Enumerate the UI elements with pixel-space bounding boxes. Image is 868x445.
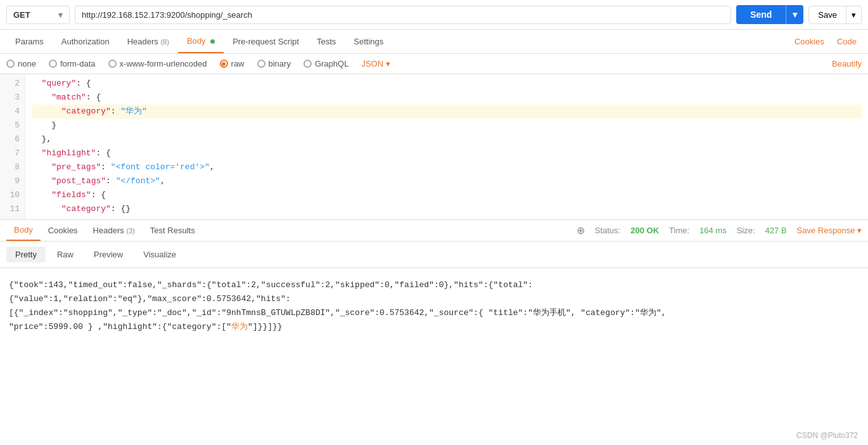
response-line-3: [{"_index":"shopping","_type":"_doc","_i… [9, 306, 859, 320]
line-num-5: 5 [5, 119, 20, 132]
line-num-11: 11 [5, 202, 20, 216]
resp-headers-badge: (3) [126, 227, 134, 235]
app-container: GET ▾ Send ▾ Save ▾ Params Authorization… [0, 0, 868, 445]
view-tab-visualize[interactable]: Visualize [134, 247, 185, 262]
line-num-4: 4 [5, 105, 20, 119]
response-body: {"took":143,"timed_out":false,"_shards":… [0, 268, 868, 445]
save-response-button[interactable]: Save Response ▾ [797, 226, 862, 235]
highlight-text: 华为 [231, 322, 248, 332]
option-graphql[interactable]: GraphQL [303, 59, 348, 68]
resp-tab-body[interactable]: Body [6, 220, 41, 241]
tab-tests[interactable]: Tests [308, 30, 345, 53]
option-raw[interactable]: raw [220, 59, 245, 68]
json-chevron: ▾ [386, 59, 390, 68]
response-view-tabs: Pretty Raw Preview Visualize [0, 242, 868, 268]
status-value: 200 OK [630, 226, 659, 235]
beautify-button[interactable]: Beautify [832, 59, 862, 68]
code-line-9: "post_tags": "</font>", [32, 174, 862, 188]
line-num-9: 9 [5, 174, 20, 188]
top-bar: GET ▾ Send ▾ Save ▾ [0, 0, 868, 30]
response-line-2: {"value":1,"relation":"eq"},"max_score":… [9, 292, 859, 306]
option-urlencoded[interactable]: x-www-form-urlencoded [108, 59, 207, 68]
tab-prerequest[interactable]: Pre-request Script [224, 30, 308, 53]
resp-tab-testresults[interactable]: Test Results [143, 221, 203, 240]
save-button[interactable]: Save ▾ [808, 6, 862, 24]
response-line-4: "price":5999.00 } ,"highlight":{"categor… [9, 320, 859, 334]
method-label: GET [13, 10, 30, 20]
method-chevron: ▾ [58, 10, 63, 20]
code-line-6: }, [32, 132, 862, 146]
code-line-4: "category": "华为" [32, 105, 862, 119]
body-options: none form-data x-www-form-urlencoded raw… [0, 54, 868, 74]
code-line-2: "query": { [32, 77, 862, 91]
tab-headers[interactable]: Headers (8) [118, 30, 178, 53]
time-label: Time: [669, 226, 689, 235]
send-button[interactable]: Send ▾ [736, 5, 803, 24]
code-editor: 2 3 4 5 6 7 8 9 10 11 "query": { "match"… [0, 74, 868, 220]
tab-cookies-right[interactable]: Cookies [789, 30, 829, 53]
send-label: Send [736, 5, 786, 24]
tab-authorization[interactable]: Authorization [53, 30, 118, 53]
json-dropdown[interactable]: JSON ▾ [361, 59, 390, 68]
tab-code-right[interactable]: Code [832, 30, 862, 53]
globe-icon: ⊕ [577, 224, 585, 236]
response-tabs-bar: Body Cookies Headers (3) Test Results ⊕ … [0, 220, 868, 242]
right-tabs: Cookies Code [789, 30, 862, 53]
option-binary[interactable]: binary [257, 59, 291, 68]
radio-urlencoded [108, 60, 117, 68]
status-bar: ⊕ Status: 200 OK Time: 164 ms Size: 427 … [577, 224, 862, 236]
view-tab-pretty[interactable]: Pretty [6, 247, 46, 262]
radio-graphql [303, 60, 312, 68]
send-chevron-icon: ▾ [786, 5, 803, 24]
line-num-3: 3 [5, 91, 20, 105]
footer: CSDN @Pluto372 [796, 431, 858, 440]
url-input[interactable] [75, 6, 731, 24]
code-line-7: "highlight": { [32, 146, 862, 160]
code-line-5: } [32, 119, 862, 132]
radio-formdata [49, 60, 57, 68]
line-numbers: 2 3 4 5 6 7 8 9 10 11 [0, 74, 25, 219]
headers-badge: (8) [160, 38, 169, 46]
body-dot [210, 39, 215, 44]
method-select[interactable]: GET ▾ [6, 6, 70, 24]
line-num-7: 7 [5, 146, 20, 160]
resp-tab-headers[interactable]: Headers (3) [86, 221, 143, 240]
line-num-6: 6 [5, 132, 20, 146]
tab-body[interactable]: Body [178, 30, 224, 53]
save-response-chevron: ▾ [857, 226, 862, 235]
line-num-8: 8 [5, 160, 20, 174]
line-num-2: 2 [5, 77, 20, 91]
radio-none [6, 60, 15, 68]
size-value: 427 B [765, 226, 787, 235]
save-label: Save [809, 6, 846, 23]
radio-binary [257, 60, 265, 68]
code-line-8: "pre_tags": "<font color='red'>", [32, 160, 862, 174]
size-label: Size: [737, 226, 755, 235]
option-formdata[interactable]: form-data [49, 59, 96, 68]
status-label: Status: [595, 226, 620, 235]
code-line-10: "fields": { [32, 188, 862, 202]
tab-params[interactable]: Params [6, 30, 53, 53]
code-line-3: "match": { [32, 91, 862, 105]
code-line-11: "category": {} [32, 202, 862, 216]
time-value: 164 ms [699, 226, 727, 235]
resp-tab-cookies[interactable]: Cookies [41, 221, 86, 240]
radio-raw [220, 60, 228, 68]
option-none[interactable]: none [6, 59, 36, 68]
view-tab-raw[interactable]: Raw [48, 247, 82, 262]
save-chevron-icon: ▾ [846, 6, 861, 23]
view-tab-preview[interactable]: Preview [85, 247, 132, 262]
line-num-10: 10 [5, 188, 20, 202]
tab-settings[interactable]: Settings [345, 30, 392, 53]
code-content[interactable]: "query": { "match": { "category": "华为" }… [25, 74, 868, 219]
response-line-1: {"took":143,"timed_out":false,"_shards":… [9, 278, 859, 292]
request-tabs: Params Authorization Headers (8) Body Pr… [0, 30, 868, 54]
